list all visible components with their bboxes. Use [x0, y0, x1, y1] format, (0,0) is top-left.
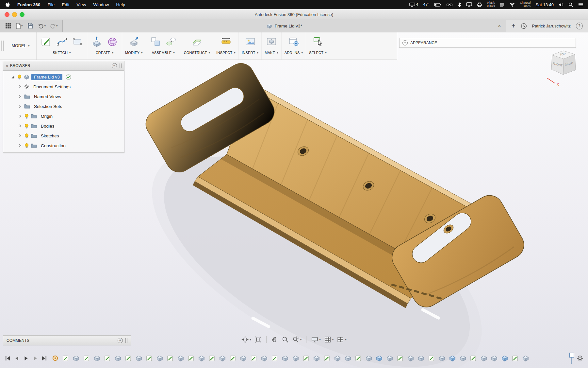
timeline-feature-extrude[interactable] — [260, 354, 268, 362]
viewport-canvas[interactable]: + APPEARANCE TOP FRONT RIGHT X « BROWSER — [0, 32, 588, 368]
browser-item-named-views[interactable]: Named Views — [3, 92, 124, 101]
recent-files-clock-icon[interactable] — [521, 23, 527, 29]
app-grid-icon[interactable] — [5, 22, 12, 29]
timeline-feature-extrude[interactable] — [198, 354, 205, 362]
expand-arrow-icon[interactable] — [18, 143, 22, 148]
panel-drag-handle[interactable] — [125, 338, 127, 343]
panel-drag-handle[interactable] — [120, 63, 122, 68]
document-tab[interactable]: Frame Lid v3* × — [62, 20, 506, 32]
wifi-icon[interactable] — [509, 3, 515, 7]
menu-item-view[interactable]: View — [77, 2, 86, 7]
ribbon-group-label[interactable]: ASSEMBLE▾ — [152, 51, 175, 55]
spline-tool-button[interactable] — [55, 35, 68, 48]
timeline-feature-extrude[interactable] — [417, 354, 425, 362]
network-speed-readout[interactable]: 0 kB/s 0 kB/s — [487, 1, 495, 8]
expand-arrow-icon[interactable] — [18, 133, 22, 138]
ribbon-group-label[interactable]: CONSTRUCT▾ — [184, 51, 210, 55]
browser-item-document-settings[interactable]: Document Settings — [3, 82, 124, 92]
visibility-bulb-icon[interactable] — [24, 143, 29, 149]
select-tool-button[interactable] — [311, 35, 324, 48]
step-back-button[interactable] — [14, 355, 20, 361]
timeline-feature-extrude[interactable] — [281, 354, 289, 362]
root-component-label[interactable]: Frame Lid v3 — [31, 74, 62, 80]
timeline-feature-blue[interactable] — [449, 354, 456, 362]
make-3d-print-button[interactable] — [265, 35, 278, 48]
timeline-feature-extrude[interactable] — [313, 354, 320, 362]
visibility-bulb-icon[interactable] — [17, 74, 22, 80]
expand-arrow-icon[interactable] — [18, 104, 22, 109]
orbit-tool-button[interactable]: ▾ — [241, 336, 251, 343]
comments-bar[interactable]: COMMENTS + — [3, 335, 131, 345]
toolbar-drag-handle[interactable] — [1, 41, 4, 51]
timeline-feature-sketch[interactable] — [396, 354, 404, 362]
step-forward-button[interactable] — [32, 355, 38, 361]
timeline-feature-sketch[interactable] — [104, 354, 111, 362]
timeline-feature-extrude[interactable] — [407, 354, 415, 362]
timeline-feature-extrude[interactable] — [156, 354, 164, 362]
timeline-settings-button[interactable] — [573, 355, 588, 362]
ribbon-group-label[interactable]: INSERT▾ — [242, 51, 258, 55]
spotlight-search-icon[interactable] — [568, 2, 573, 7]
airplay-display-icon[interactable] — [466, 2, 472, 7]
hide-panel-icon[interactable]: − — [112, 63, 117, 68]
temperature-readout[interactable]: 47° — [423, 2, 429, 7]
timeline-feature-sketch[interactable] — [166, 354, 174, 362]
undo-button[interactable]: ▾ — [38, 23, 46, 29]
measure-button[interactable] — [220, 35, 233, 48]
redo-button[interactable]: ▾ — [50, 23, 58, 29]
expand-arrow-icon[interactable] — [18, 114, 22, 118]
play-button[interactable] — [23, 355, 29, 361]
user-name[interactable]: Patrick Jaruschowitz — [532, 24, 571, 28]
timeline-feature-extrude[interactable] — [135, 354, 143, 362]
timeline-feature-sketch[interactable] — [83, 354, 90, 362]
ribbon-group-label[interactable]: SELECT▾ — [309, 51, 327, 55]
timeline-feature-extrude[interactable] — [344, 354, 352, 362]
zoom-tool-button[interactable] — [282, 336, 289, 343]
timeline-feature-extrude[interactable] — [365, 354, 373, 362]
browser-header[interactable]: « BROWSER − — [3, 61, 124, 71]
visibility-bulb-icon[interactable] — [24, 114, 29, 119]
menu-item-edit[interactable]: Edit — [62, 2, 69, 7]
expand-comments-icon[interactable]: + — [118, 338, 123, 343]
timeline-feature-extrude[interactable] — [438, 354, 446, 362]
display-settings-button[interactable]: ▾ — [311, 336, 321, 343]
new-component-button[interactable] — [149, 35, 162, 48]
timeline-feature-extrude[interactable] — [480, 354, 488, 362]
ribbon-group-label[interactable]: INSPECT▾ — [216, 51, 236, 55]
timeline-feature-sketch[interactable] — [302, 354, 310, 362]
timeline-feature-extrude[interactable] — [386, 354, 394, 362]
timeline-feature-extrude[interactable] — [292, 354, 300, 362]
timeline-feature-extrude[interactable] — [459, 354, 467, 362]
battery-icon[interactable] — [434, 3, 441, 7]
timeline-feature-extrude[interactable] — [219, 354, 226, 362]
go-to-start-button[interactable] — [5, 355, 11, 361]
insert-canvas-button[interactable] — [244, 35, 257, 48]
collapse-browser-icon[interactable]: « — [6, 63, 8, 68]
timeline-feature-extrude[interactable] — [114, 354, 122, 362]
expand-arrow-icon[interactable] — [18, 94, 22, 99]
expand-panel-icon[interactable]: + — [402, 40, 408, 45]
timeline-feature-sketch[interactable] — [229, 354, 237, 362]
timeline-feature-sketch[interactable] — [62, 354, 70, 362]
zoom-window-button[interactable]: ▾ — [292, 336, 302, 343]
view-cube[interactable]: TOP FRONT RIGHT X — [542, 45, 585, 91]
browser-item-bodies[interactable]: Bodies — [3, 121, 124, 131]
menu-app-name[interactable]: Fusion 360 — [17, 2, 41, 7]
timeline-feature-extrude[interactable] — [93, 354, 101, 362]
close-tab-icon[interactable]: × — [496, 22, 503, 29]
timeline-feature-sketch[interactable] — [511, 354, 519, 362]
timeline-feature-extrude[interactable] — [72, 354, 80, 362]
timeline-feature-sketch[interactable] — [271, 354, 279, 362]
rectangle-tool-button[interactable] — [71, 35, 84, 48]
ribbon-group-label[interactable]: MAKE▾ — [265, 51, 278, 55]
browser-item-construction[interactable]: Construction — [3, 141, 124, 150]
form-tool-button[interactable] — [106, 35, 119, 48]
timeline-feature-blue[interactable] — [375, 354, 383, 362]
ribbon-group-label[interactable]: MODIFY▾ — [125, 51, 143, 55]
construction-plane-button[interactable] — [190, 35, 204, 48]
timeline-feature-sketch[interactable] — [354, 354, 362, 362]
timeline-feature-offset[interactable] — [51, 354, 59, 362]
timeline-position-marker[interactable] — [569, 353, 573, 364]
notification-center-icon[interactable] — [578, 3, 583, 7]
save-button[interactable] — [27, 22, 34, 29]
